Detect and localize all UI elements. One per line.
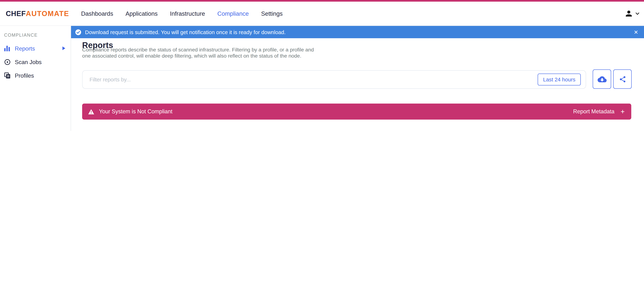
check-circle-icon [75,29,81,35]
share-icon [619,76,626,83]
page-description-line1: Compliance reports describe the status o… [82,47,314,53]
app-window: CHEFAUTOMATE Dashboards Applications Inf… [0,0,644,131]
filter-input[interactable] [89,76,538,83]
report-metadata-toggle[interactable]: Report Metadata + [573,108,625,115]
report-metadata-label: Report Metadata [573,109,614,115]
tab-profiles[interactable]: 6 Profiles [160,131,195,131]
logo-automate: AUTOMATE [26,9,69,18]
close-icon[interactable]: ✕ [632,26,640,38]
chevron-down-icon [635,12,640,15]
nav-item-dashboards[interactable]: Dashboards [81,10,113,17]
cloud-download-icon [598,75,606,84]
user-menu[interactable] [624,2,640,26]
share-button[interactable] [613,70,632,89]
page-title: Reports [82,41,113,50]
sidebar-section-label: COMPLIANCE [4,33,71,37]
chef-automate-logo[interactable]: CHEFAUTOMATE [6,9,69,18]
nav-item-compliance[interactable]: Compliance [217,10,249,17]
tab-nodes[interactable]: 6 Nodes [122,131,154,131]
sidebar-item-profiles[interactable]: Profiles [0,69,71,82]
download-button[interactable] [592,70,611,89]
notification-banner: Download request is submitted. You will … [71,26,644,38]
scanner-icon [4,59,11,65]
filter-bar[interactable]: Last 24 hours [82,70,586,89]
nav-item-applications[interactable]: Applications [126,10,158,17]
sidebar-item-label: Reports [15,45,35,52]
page-description: Compliance reports describe the status o… [82,47,314,59]
page-description-line2: one associated control, will enable deep… [82,53,314,59]
arrow-right-icon [62,46,65,50]
compliance-status-banner: Your System is Not Compliant Report Meta… [82,104,631,120]
bar-chart-icon [4,46,11,51]
notification-message: Download request is submitted. You will … [85,29,286,35]
nav-item-infrastructure[interactable]: Infrastructure [170,10,205,17]
top-nav: CHEFAUTOMATE Dashboards Applications Inf… [0,2,644,26]
brand-accent-bar [0,0,644,2]
sidebar-item-label: Profiles [15,72,34,79]
logo-chef: CHEF [6,9,26,18]
nav-item-settings[interactable]: Settings [261,10,283,17]
sidebar-item-label: Scan Jobs [15,59,42,65]
person-icon [624,9,633,18]
sidebar-item-scan-jobs[interactable]: Scan Jobs [0,55,71,69]
time-range-button[interactable]: Last 24 hours [538,74,581,86]
report-tabs: Overview 6 Nodes 6 Profiles 156 Controls [82,131,244,131]
main-content: Download request is submitted. You will … [71,26,644,131]
status-message: Your System is Not Compliant [99,109,172,115]
warning-icon [88,109,94,114]
plus-icon: + [620,108,625,115]
tab-controls[interactable]: 156 Controls [201,131,244,131]
sidebar-item-reports[interactable]: Reports [0,42,71,55]
sidebar: COMPLIANCE Reports Scan Jobs Profiles [0,26,71,131]
tab-overview[interactable]: Overview [82,131,117,131]
documents-icon [4,72,11,79]
top-nav-items: Dashboards Applications Infrastructure C… [81,10,282,17]
